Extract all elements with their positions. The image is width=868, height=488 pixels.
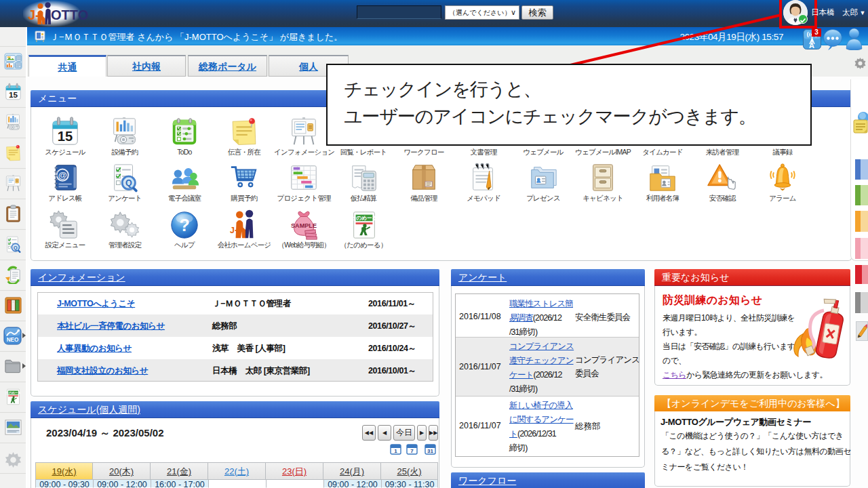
svg-text:31: 31	[427, 448, 433, 454]
svg-text:OTTO: OTTO	[51, 7, 88, 22]
svg-text:1: 1	[394, 448, 397, 454]
svg-text:A: A	[809, 41, 814, 49]
svg-text:7: 7	[410, 448, 414, 454]
